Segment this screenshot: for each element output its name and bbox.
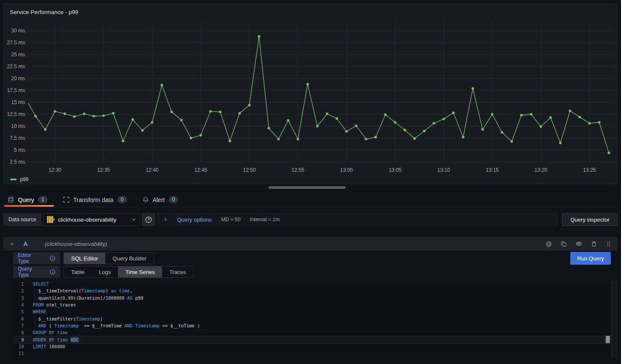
code-line-8[interactable]: 8GROUP BY time bbox=[13, 329, 611, 336]
tab-query-label: Query bbox=[18, 196, 34, 203]
tab-alert[interactable]: Alert 0 bbox=[138, 193, 185, 207]
svg-text:15 ms: 15 ms bbox=[11, 99, 25, 105]
svg-text:5 ms: 5 ms bbox=[14, 147, 25, 153]
record-circle-icon[interactable] bbox=[546, 241, 552, 247]
editor-type-segmented: SQL Editor Query Builder bbox=[64, 252, 154, 264]
line-number: 8 bbox=[13, 329, 24, 336]
question-circle-icon bbox=[145, 216, 152, 223]
code-line-2[interactable]: 2 $__timeInterval(Timestamp) as time, bbox=[13, 287, 611, 294]
query-type-row: Query Type Table Logs Time Series Traces bbox=[13, 266, 194, 278]
tab-query[interactable]: Query 1 bbox=[3, 193, 55, 207]
query-type-segmented: Table Logs Time Series Traces bbox=[64, 266, 194, 278]
sql-code-editor[interactable]: 1SELECT2 $__timeInterval(Timestamp) as t… bbox=[13, 280, 611, 358]
line-number: 2 bbox=[13, 287, 24, 294]
code-line-6[interactable]: 6 $__timeFilter(Timestamp) bbox=[13, 315, 611, 322]
database-icon bbox=[8, 196, 14, 203]
transform-count-badge: 0 bbox=[117, 196, 127, 203]
legend-swatch bbox=[10, 179, 17, 180]
info-circle-icon[interactable] bbox=[49, 269, 55, 275]
query-type-traces[interactable]: Traces bbox=[162, 266, 193, 277]
query-type-chip: Query Type bbox=[13, 266, 60, 278]
query-type-time-series[interactable]: Time Series bbox=[118, 266, 162, 277]
editor-type-label: Editor Type bbox=[18, 252, 43, 264]
active-tab-indicator bbox=[4, 205, 54, 207]
data-source-select[interactable]: clickhouse-observability bbox=[43, 213, 140, 226]
panel-title[interactable]: Service Performance - p99 bbox=[10, 9, 78, 15]
info-circle-icon[interactable] bbox=[49, 255, 55, 261]
delete-query-trash-icon[interactable] bbox=[591, 241, 597, 247]
svg-text:12:45: 12:45 bbox=[194, 167, 207, 173]
editor-type-row: Editor Type SQL Editor Query Builder bbox=[13, 252, 154, 264]
alert-count-badge: 0 bbox=[169, 196, 179, 203]
svg-text:13:05: 13:05 bbox=[389, 167, 401, 173]
data-source-value: clickhouse-observability bbox=[58, 217, 128, 223]
tab-transform-data[interactable]: Transform data 0 bbox=[59, 193, 134, 207]
run-query-button[interactable]: Run Query bbox=[570, 252, 611, 265]
line-number: 3 bbox=[13, 295, 24, 301]
svg-text:30 ms: 30 ms bbox=[11, 28, 25, 34]
hide-query-eye-icon[interactable] bbox=[575, 240, 582, 247]
code-line-4[interactable]: 4FROM otel_traces bbox=[13, 301, 611, 308]
data-source-label: Data source bbox=[3, 213, 41, 226]
line-number: 9 bbox=[13, 336, 24, 343]
line-number: 5 bbox=[13, 308, 24, 315]
query-type-logs[interactable]: Logs bbox=[92, 266, 118, 277]
query-ref-id[interactable]: A bbox=[23, 240, 28, 247]
chevron-right-icon[interactable] bbox=[163, 217, 168, 222]
collapse-chevron-down-icon[interactable] bbox=[9, 241, 14, 246]
svg-text:13:00: 13:00 bbox=[340, 167, 353, 173]
legend-label: p99 bbox=[20, 176, 29, 182]
svg-text:13:15: 13:15 bbox=[486, 167, 499, 173]
line-number: 6 bbox=[13, 315, 24, 322]
editor-type-sql-editor[interactable]: SQL Editor bbox=[64, 253, 105, 264]
drag-handle-icon[interactable] bbox=[606, 241, 612, 247]
svg-text:12:40: 12:40 bbox=[146, 167, 159, 173]
legend-item-p99[interactable]: p99 bbox=[10, 176, 29, 182]
code-line-1[interactable]: 1SELECT bbox=[13, 280, 611, 287]
svg-text:13:20: 13:20 bbox=[534, 167, 547, 173]
code-line-9[interactable]: 9ORDER BY time ASC bbox=[13, 336, 611, 343]
svg-text:13:10: 13:10 bbox=[437, 167, 450, 173]
query-options-toggle[interactable]: Query options bbox=[177, 217, 212, 223]
code-line-7[interactable]: 7 AND ( Timestamp >= $__fromTime AND Tim… bbox=[13, 322, 611, 329]
svg-text:2.5 ms: 2.5 ms bbox=[10, 159, 25, 165]
indent-guide bbox=[35, 288, 35, 301]
code-line-3[interactable]: 3 quantile(0.99)(Duration)/1000000 AS p9… bbox=[13, 295, 611, 301]
tab-alert-label: Alert bbox=[153, 196, 165, 203]
svg-text:17.5 ms: 17.5 ms bbox=[7, 87, 25, 93]
svg-text:12:30: 12:30 bbox=[49, 167, 61, 173]
editor-scrollbar-rail[interactable] bbox=[611, 280, 617, 358]
line-number: 4 bbox=[13, 301, 24, 308]
svg-text:13:25: 13:25 bbox=[583, 167, 596, 173]
indent-guide bbox=[35, 315, 35, 329]
query-type-table[interactable]: Table bbox=[64, 266, 92, 277]
query-toolbar: Data source clickhouse-observability Que… bbox=[3, 213, 618, 226]
line-number: 11 bbox=[13, 350, 24, 357]
query-row-header[interactable]: A (clickhouse-observability) bbox=[3, 237, 618, 251]
query-count-badge: 1 bbox=[38, 196, 48, 203]
data-source-help-button[interactable] bbox=[142, 213, 155, 226]
line-number: 10 bbox=[13, 343, 24, 350]
bell-icon bbox=[142, 196, 149, 203]
svg-text:7.5 ms: 7.5 ms bbox=[10, 135, 25, 141]
clickhouse-logo-icon bbox=[47, 216, 55, 223]
panel-resize-handle[interactable] bbox=[269, 186, 346, 189]
svg-text:22.5 ms: 22.5 ms bbox=[7, 64, 25, 69]
code-line-5[interactable]: 5WHERE bbox=[13, 308, 611, 315]
interval-value: Interval = 1m bbox=[250, 217, 280, 222]
line-number: 1 bbox=[13, 280, 24, 287]
svg-text:25 ms: 25 ms bbox=[11, 52, 25, 58]
query-options-bar: Query options MD = 50 Interval = 1m bbox=[157, 213, 558, 226]
editor-type-chip: Editor Type bbox=[13, 252, 60, 264]
svg-text:10 ms: 10 ms bbox=[11, 123, 25, 129]
code-line-10[interactable]: 10LIMIT 100000 bbox=[13, 343, 611, 350]
code-line-11[interactable]: 11 bbox=[13, 350, 611, 357]
timeseries-panel: 12:3012:3512:4012:4512:5012:5513:0013:05… bbox=[3, 3, 618, 184]
svg-text:27.5 ms: 27.5 ms bbox=[7, 40, 25, 46]
svg-text:12.5 ms: 12.5 ms bbox=[7, 111, 25, 117]
query-type-label: Query Type bbox=[18, 266, 43, 278]
transform-icon bbox=[63, 196, 69, 203]
duplicate-query-icon[interactable] bbox=[560, 241, 567, 247]
query-inspector-button[interactable]: Query inspector bbox=[562, 213, 618, 226]
editor-type-query-builder[interactable]: Query Builder bbox=[105, 253, 153, 264]
